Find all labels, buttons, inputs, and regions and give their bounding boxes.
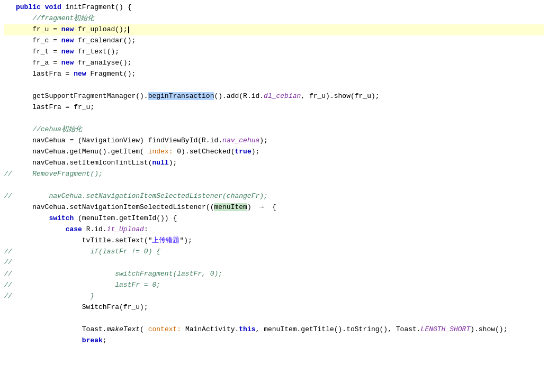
line-gutter: // (4, 247, 16, 257)
code-line (4, 180, 544, 191)
line-content: Toast.makeText( context: MainActivity.th… (16, 324, 544, 335)
code-line: // RemoveFragment(); (4, 169, 544, 180)
line-content: fr_t = new fr_text(); (16, 47, 544, 58)
code-line: // navCehua.setNavigationItemSelectedLis… (4, 191, 544, 202)
code-line: fr_a = new fr_analyse(); (4, 58, 544, 69)
line-content: lastFr = 0; (16, 280, 544, 291)
line-content: lastFra = new Fragment(); (16, 69, 544, 80)
code-line: // lastFr = 0; (4, 280, 544, 291)
line-content: case R.id.it_Upload: (16, 224, 544, 235)
code-line: public void initFragment() { (4, 2, 544, 13)
line-content: navCehua.getMenu().getItem( index: 0).se… (16, 147, 544, 158)
line-content: tvTitle.setText("上传错题"); (16, 235, 544, 247)
line-content: switch (menuItem.getItemId()) { (16, 213, 544, 224)
line-content: fr_c = new fr_calendar(); (16, 35, 544, 47)
code-line: navCehua.setItemIconTintList(null); (4, 158, 544, 169)
line-content: SwitchFra(fr_u); (16, 302, 544, 313)
code-line: navCehua = (NavigationView) findViewById… (4, 135, 544, 147)
code-line: // switchFragment(lastFr, 0); (4, 269, 544, 280)
code-line: //fragment初始化 (4, 13, 544, 24)
code-line (4, 80, 544, 91)
code-line (4, 313, 544, 324)
line-content: if(lastFr != 0) { (16, 247, 544, 258)
line-content: //fragment初始化 (16, 13, 544, 24)
code-line: Toast.makeText( context: MainActivity.th… (4, 324, 544, 335)
code-line: case R.id.it_Upload: (4, 224, 544, 235)
line-gutter: // (4, 269, 16, 279)
line-content: getSupportFragmentManager().beginTransac… (16, 91, 544, 102)
line-content: navCehua.setNavigationItemSelectedListen… (16, 202, 544, 213)
line-content: lastFra = fr_u; (16, 102, 544, 113)
code-line: // } (4, 291, 544, 302)
line-content: } (16, 291, 544, 302)
line-gutter: // (4, 291, 16, 302)
code-line: lastFra = fr_u; (4, 102, 544, 113)
line-content: navCehua.setNavigationItemSelectedListen… (16, 191, 544, 202)
line-content: break; (16, 335, 544, 347)
line-content: navCehua.setItemIconTintList(null); (16, 158, 544, 169)
line-content: switchFragment(lastFr, 0); (16, 269, 544, 280)
line-content: fr_a = new fr_analyse(); (16, 58, 544, 69)
code-line: switch (menuItem.getItemId()) { (4, 213, 544, 224)
code-line: // if(lastFr != 0) { (4, 247, 544, 258)
code-editor: public void initFragment() { //fragment初… (0, 0, 548, 392)
code-line: // (4, 258, 544, 269)
code-line: //cehua初始化 (4, 124, 544, 135)
code-line: fr_u = new fr_upload(); (4, 24, 544, 35)
code-line: SwitchFra(fr_u); (4, 302, 544, 313)
line-content: navCehua = (NavigationView) findViewById… (16, 135, 544, 147)
line-gutter: // (4, 280, 16, 290)
code-line (4, 113, 544, 124)
code-line: navCehua.setNavigationItemSelectedListen… (4, 202, 544, 213)
code-line: navCehua.getMenu().getItem( index: 0).se… (4, 147, 544, 158)
code-line: fr_t = new fr_text(); (4, 47, 544, 58)
line-gutter: // (4, 258, 16, 268)
line-content: //cehua初始化 (16, 124, 544, 135)
line-content: fr_u = new fr_upload(); (16, 24, 544, 35)
line-gutter: // (4, 169, 16, 179)
code-line: fr_c = new fr_calendar(); (4, 35, 544, 47)
code-line: lastFra = new Fragment(); (4, 69, 544, 80)
code-line: getSupportFragmentManager().beginTransac… (4, 91, 544, 102)
code-line: break; (4, 335, 544, 347)
line-content: RemoveFragment(); (16, 169, 544, 180)
line-content: public void initFragment() { (16, 2, 544, 13)
line-gutter: // (4, 192, 16, 202)
code-line: tvTitle.setText("上传错题"); (4, 235, 544, 247)
